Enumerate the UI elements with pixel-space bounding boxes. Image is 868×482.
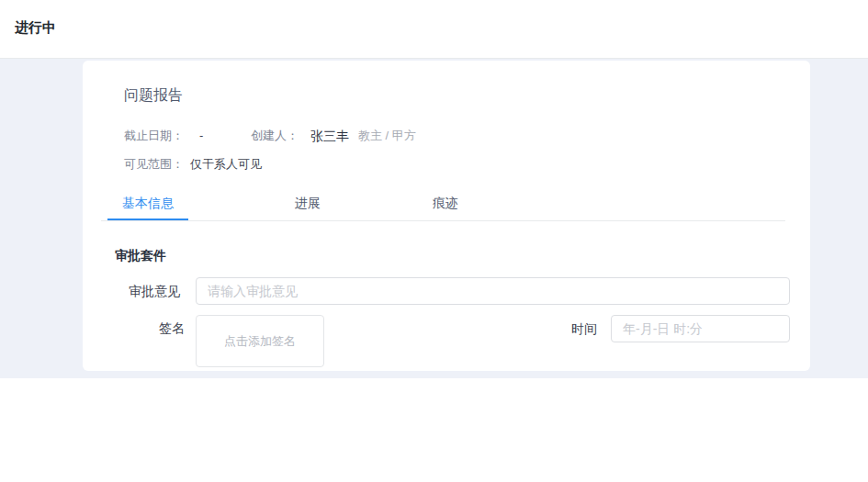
tab-bar-divider — [101, 220, 785, 221]
signature-add-box[interactable]: 点击添加签名 — [196, 315, 324, 367]
tab-basic-info[interactable]: 基本信息 — [107, 194, 188, 220]
scope-value: 仅干系人可见 — [190, 155, 262, 174]
creator-role: 教主 / 甲方 — [358, 127, 416, 145]
page-status-title: 进行中 — [15, 19, 56, 37]
tab-progress[interactable]: 进展 — [271, 194, 344, 220]
time-input[interactable] — [611, 315, 790, 342]
deadline-value: - — [199, 127, 203, 145]
scope-label: 可见范围： — [124, 155, 184, 174]
approval-opinion-input[interactable] — [196, 277, 790, 305]
signature-placeholder-text: 点击添加签名 — [224, 333, 296, 350]
footer-action-bar: 1000/1000 同意 保留意见 驳回 — [0, 378, 868, 482]
creator-label: 创建人： — [251, 127, 299, 145]
creator-name: 张三丰 — [310, 127, 349, 145]
screen: 进行中 问题报告 截止日期： - 创建人： 张三丰 教主 / 甲方 可见范围： … — [0, 0, 868, 482]
tab-traces[interactable]: 痕迹 — [409, 194, 482, 220]
approval-opinion-label: 审批意见 — [129, 282, 180, 300]
deadline-label: 截止日期： — [124, 127, 184, 145]
card-title: 问题报告 — [124, 84, 183, 106]
time-label: 时间 — [571, 319, 597, 338]
top-header-bar: 进行中 — [0, 0, 868, 59]
approval-suite-section-title: 审批套件 — [115, 246, 166, 264]
signature-label: 签名 — [159, 319, 185, 337]
approval-card: 问题报告 截止日期： - 创建人： 张三丰 教主 / 甲方 可见范围： 仅干系人… — [83, 61, 810, 371]
